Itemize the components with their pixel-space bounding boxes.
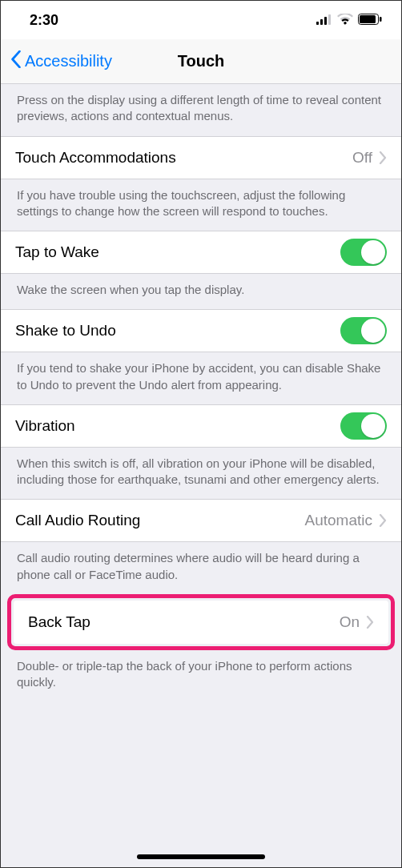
- row-value: Automatic: [305, 512, 372, 529]
- svg-rect-0: [316, 22, 319, 25]
- section-footer: If you have trouble using the touchscree…: [1, 179, 401, 231]
- row-label: Shake to Undo: [15, 322, 340, 340]
- tap-to-wake-row: Tap to Wake: [1, 231, 401, 274]
- vibration-row: Vibration: [1, 404, 401, 448]
- svg-rect-3: [328, 14, 331, 25]
- back-label: Accessibility: [25, 52, 112, 70]
- tap-to-wake-toggle[interactable]: [340, 239, 387, 266]
- settings-list: Press on the display using a different l…: [1, 84, 401, 867]
- wifi-icon: [337, 12, 353, 29]
- status-indicators: [316, 12, 382, 29]
- chevron-left-icon: [10, 50, 22, 72]
- svg-rect-1: [320, 19, 323, 25]
- vibration-toggle[interactable]: [340, 412, 387, 440]
- section-footer: Press on the display using a different l…: [1, 84, 401, 136]
- chevron-right-icon: [379, 151, 387, 164]
- row-label: Tap to Wake: [15, 243, 340, 261]
- back-tap-highlight: Back Tap On: [7, 594, 395, 650]
- section-footer: Wake the screen when you tap the display…: [1, 274, 401, 309]
- shake-to-undo-toggle[interactable]: [340, 317, 387, 344]
- row-label: Vibration: [15, 417, 340, 435]
- shake-to-undo-row: Shake to Undo: [1, 309, 401, 352]
- svg-rect-2: [324, 17, 327, 25]
- status-bar: 2:30: [1, 1, 401, 39]
- section-footer: When this switch is off, all vibration o…: [1, 448, 401, 500]
- status-time: 2:30: [30, 12, 58, 29]
- back-button[interactable]: Accessibility: [1, 50, 112, 72]
- touch-accommodations-row[interactable]: Touch Accommodations Off: [1, 136, 401, 179]
- nav-bar: Accessibility Touch: [1, 39, 401, 84]
- svg-rect-6: [380, 17, 382, 22]
- battery-icon: [358, 12, 382, 29]
- section-footer: Call audio routing determines where audi…: [1, 542, 401, 594]
- row-label: Call Audio Routing: [15, 512, 305, 529]
- section-footer: Double- or triple-tap the back of your i…: [1, 650, 401, 702]
- row-value: Off: [352, 149, 372, 167]
- back-tap-row[interactable]: Back Tap On: [14, 601, 388, 644]
- chevron-right-icon: [366, 616, 374, 629]
- svg-rect-5: [360, 15, 376, 23]
- home-indicator[interactable]: [137, 854, 265, 859]
- chevron-right-icon: [379, 514, 387, 527]
- cellular-icon: [316, 12, 332, 29]
- row-value: On: [340, 613, 360, 631]
- row-label: Touch Accommodations: [15, 149, 352, 167]
- row-label: Back Tap: [28, 613, 340, 631]
- call-audio-routing-row[interactable]: Call Audio Routing Automatic: [1, 499, 401, 542]
- section-footer: If you tend to shake your iPhone by acci…: [1, 352, 401, 404]
